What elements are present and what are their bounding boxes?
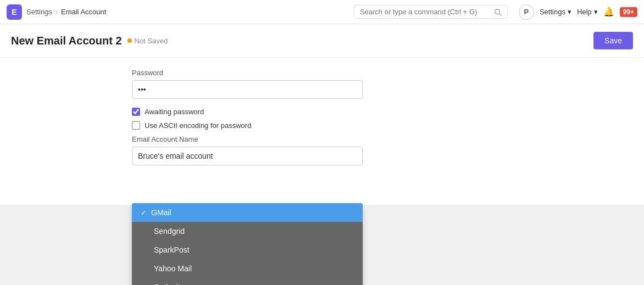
email-account-name-input[interactable] [132,147,363,165]
search-icon [494,8,502,16]
top-nav: E Settings › Email Account P Settings ▾ … [0,0,644,24]
settings-button[interactable]: Settings ▾ [540,8,571,16]
breadcrumb-separator: › [55,8,58,16]
search-input[interactable] [360,8,490,16]
unsaved-dot-icon [127,38,132,43]
breadcrumb-current: Email Account [61,8,106,16]
password-input[interactable] [132,80,363,99]
ascii-label: Use ASCII encoding for password [145,121,251,130]
content-area: Password Awaiting password Use ASCII enc… [0,58,644,285]
not-saved-label: Not Saved [135,37,168,45]
profile-badge[interactable]: P [519,4,534,20]
breadcrumb-root[interactable]: Settings [26,8,52,16]
page-title-row: New Email Account 2 Not Saved [11,35,168,47]
breadcrumb: Settings › Email Account [26,8,106,16]
email-account-name-group: Email Account Name [132,135,512,165]
password-group: Password [132,69,512,99]
dropdown-item[interactable]: Yahoo Mail [132,259,363,278]
settings-label: Settings [540,8,565,16]
awaiting-password-checkbox[interactable] [132,108,140,116]
bell-icon[interactable]: 🔔 [603,7,614,17]
dropdown-item[interactable]: Outlook.com [132,278,363,285]
app-icon[interactable]: E [7,4,22,20]
help-button[interactable]: Help ▾ [577,8,598,16]
not-saved-badge: Not Saved [127,37,168,45]
nav-right: P Settings ▾ Help ▾ 🔔 99+ [519,4,637,20]
save-button[interactable]: Save [593,32,633,49]
email-account-name-label: Email Account Name [132,135,512,143]
ascii-checkbox[interactable] [132,121,140,130]
awaiting-password-label: Awaiting password [145,108,204,116]
svg-line-1 [499,13,502,15]
form-section: Password Awaiting password Use ASCII enc… [0,58,644,185]
ascii-row: Use ASCII encoding for password [132,121,512,130]
dropdown-item[interactable]: ✓ GMail [132,203,363,222]
notification-badge: 99+ [620,7,637,17]
help-chevron-icon: ▾ [594,8,598,16]
page-title: New Email Account 2 [11,35,122,47]
password-label: Password [132,69,512,77]
dropdown-item[interactable]: SparkPost [132,241,363,259]
page-header: New Email Account 2 Not Saved Save [0,24,644,58]
dropdown-section: ✓ GMail Sendgrid SparkPost Yahoo Mail Ou… [0,185,644,205]
search-bar[interactable] [354,5,508,19]
settings-chevron-icon: ▾ [568,8,571,16]
help-label: Help [577,8,592,16]
dropdown-item[interactable]: Sendgrid [132,222,363,241]
awaiting-password-row: Awaiting password [132,108,512,116]
checkmark-icon: ✓ [141,209,147,217]
dropdown-menu[interactable]: ✓ GMail Sendgrid SparkPost Yahoo Mail Ou… [132,203,363,285]
